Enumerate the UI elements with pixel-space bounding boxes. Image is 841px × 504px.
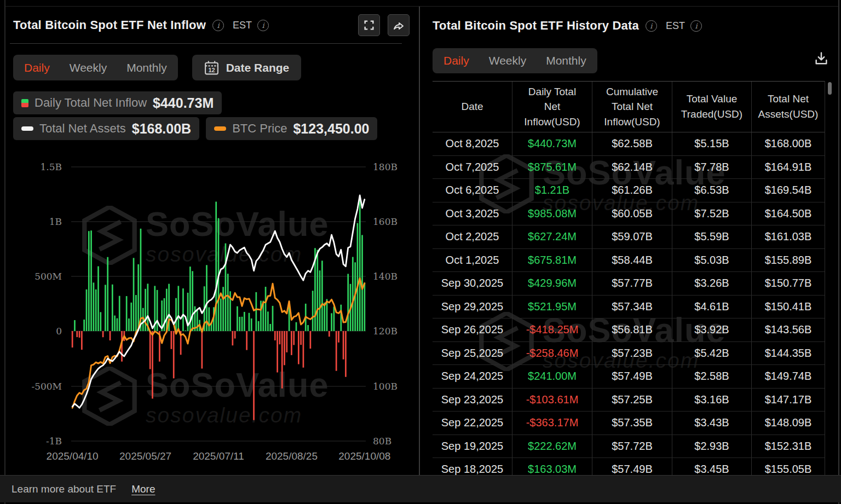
value-cell: $5.03B (672, 249, 751, 272)
value-cell: $57.77B (592, 272, 672, 295)
download-button[interactable] (812, 49, 831, 68)
value-cell: $4.61B (672, 296, 751, 318)
table-header-cell: Total Value Traded(USD) (672, 82, 751, 132)
svg-text:120B: 120B (373, 326, 398, 337)
value-cell: $56.81B (592, 318, 672, 341)
value-cell: $57.49B (592, 365, 672, 388)
value-cell: $57.49B (592, 458, 672, 475)
value-cell: $164.91B (751, 156, 825, 179)
value-cell: $60.05B (592, 202, 672, 225)
svg-text:2025/07/11: 2025/07/11 (193, 450, 244, 462)
table-row[interactable]: Sep 26,2025-$418.25M$56.81B$3.92B$143.56… (433, 318, 825, 342)
table-scrollbar[interactable] (828, 82, 832, 95)
svg-text:0: 0 (56, 326, 62, 337)
date-cell: Sep 19,2025 (433, 435, 512, 458)
value-cell: $627.24M (512, 225, 592, 248)
info-icon[interactable]: i (690, 20, 702, 32)
table-header-cell: Daily Total Net Inflow(USD) (512, 82, 592, 132)
date-cell: Oct 3,2025 (433, 202, 512, 225)
history-table-title: Total Bitcoin Spot ETF History Data (433, 19, 639, 33)
value-cell: $57.34B (592, 296, 672, 318)
table-row[interactable]: Sep 18,2025$163.03M$57.49B$3.45B$155.05B (433, 458, 825, 475)
history-data-panel: SoSoValue sosovalue.com SoSoValue sosova… (420, 7, 838, 475)
value-cell: $2.58B (672, 365, 751, 388)
table-row[interactable]: Oct 8,2025$440.73M$62.58B$5.15B$168.00B (433, 132, 825, 156)
value-cell: $6.53B (672, 179, 751, 202)
date-cell: Sep 30,2025 (433, 272, 512, 295)
value-cell: $155.05B (751, 458, 825, 475)
value-cell: $3.43B (672, 412, 751, 435)
value-cell: $2.93B (672, 435, 751, 458)
table-row[interactable]: Sep 22,2025-$363.17M$57.35B$3.43B$148.09… (433, 412, 825, 435)
value-cell: $57.25B (592, 389, 672, 412)
value-cell: $241.00M (512, 365, 592, 388)
timezone-label: EST (666, 20, 685, 32)
value-cell: $440.73M (512, 132, 592, 155)
table-row[interactable]: Sep 30,2025$429.96M$57.77B$3.26B$150.77B (433, 272, 825, 296)
value-cell: $62.58B (592, 132, 672, 155)
date-cell: Sep 26,2025 (433, 318, 512, 341)
period-tabs: DailyWeeklyMonthly (433, 48, 597, 73)
value-cell: $62.14B (592, 156, 672, 179)
right-edge-line (838, 0, 839, 504)
table-row[interactable]: Sep 25,2025-$258.46M$57.23B$5.42B$144.35… (433, 342, 825, 366)
value-cell: $61.26B (592, 179, 672, 202)
value-cell: $155.89B (751, 249, 825, 272)
table-row[interactable]: Sep 24,2025$241.00M$57.49B$2.58B$149.74B (433, 365, 825, 389)
table-row[interactable]: Sep 29,2025$521.95M$57.34B$4.61B$150.41B (433, 296, 825, 319)
tab-monthly[interactable]: Monthly (546, 54, 586, 67)
svg-text:-500M: -500M (31, 381, 62, 392)
value-cell: $164.50B (751, 202, 825, 225)
date-cell: Oct 7,2025 (433, 156, 512, 179)
svg-text:140B: 140B (373, 271, 398, 282)
value-cell: $168.00B (751, 132, 825, 155)
value-cell: $222.62M (512, 435, 592, 458)
date-cell: Sep 29,2025 (433, 296, 512, 318)
table-body: Oct 8,2025$440.73M$62.58B$5.15B$168.00BO… (433, 132, 825, 475)
history-table: DateDaily Total Net Inflow(USD)Cumulativ… (433, 81, 825, 475)
value-cell: -$103.61M (512, 389, 592, 412)
value-cell: -$258.46M (512, 342, 592, 365)
svg-text:100B: 100B (373, 381, 398, 392)
value-cell: $5.15B (672, 132, 751, 155)
date-cell: Sep 23,2025 (433, 389, 512, 412)
date-cell: Sep 25,2025 (433, 342, 512, 365)
etf-net-inflow-chart[interactable]: 1.5B180B1B160B500M140B0120B-500M100B-1B8… (0, 0, 419, 475)
table-row[interactable]: Oct 7,2025$875.61M$62.14B$7.78B$164.91B (433, 156, 825, 179)
svg-text:80B: 80B (373, 436, 391, 447)
value-cell: $150.77B (751, 272, 825, 295)
value-cell: $3.16B (672, 389, 751, 412)
table-row[interactable]: Oct 2,2025$627.24M$59.07B$5.59B$161.03B (433, 225, 825, 249)
value-cell: $7.78B (672, 156, 751, 179)
svg-text:180B: 180B (373, 161, 398, 172)
svg-text:1.5B: 1.5B (40, 161, 62, 172)
svg-text:2025/08/25: 2025/08/25 (266, 450, 318, 462)
svg-text:2025/05/27: 2025/05/27 (119, 450, 171, 462)
value-cell: $169.54B (751, 179, 825, 202)
net-inflow-panel: SoSoValue sosovalue.com SoSoValue sosova… (5, 7, 419, 475)
value-cell: $57.35B (592, 412, 672, 435)
value-cell: $3.26B (672, 272, 751, 295)
footer-more-link[interactable]: More (131, 483, 155, 495)
tab-daily[interactable]: Daily (443, 54, 469, 67)
value-cell: $5.59B (672, 225, 751, 248)
right-panel-header: Total Bitcoin Spot ETF History Data i ES… (433, 19, 827, 33)
table-row[interactable]: Sep 19,2025$222.62M$57.72B$2.93B$152.31B (433, 435, 825, 459)
table-row[interactable]: Oct 6,2025$1.21B$61.26B$6.53B$169.54B (433, 179, 825, 202)
value-cell: $429.96M (512, 272, 592, 295)
footer-bar: Learn more about ETF More (0, 475, 841, 502)
date-cell: Oct 6,2025 (433, 179, 512, 202)
value-cell: $57.72B (592, 435, 672, 458)
table-controls: DailyWeeklyMonthly (433, 48, 597, 73)
table-row[interactable]: Sep 23,2025-$103.61M$57.25B$3.16B$147.17… (433, 389, 825, 412)
info-icon[interactable]: i (646, 20, 657, 32)
svg-text:2025/04/10: 2025/04/10 (47, 450, 99, 462)
date-cell: Sep 24,2025 (433, 365, 512, 388)
tab-weekly[interactable]: Weekly (489, 54, 526, 67)
date-cell: Oct 1,2025 (433, 249, 512, 272)
table-row[interactable]: Oct 3,2025$985.08M$60.05B$7.52B$164.50B (433, 202, 825, 226)
value-cell: $149.74B (751, 365, 825, 388)
value-cell: $59.07B (592, 225, 672, 248)
table-row[interactable]: Oct 1,2025$675.81M$58.44B$5.03B$155.89B (433, 249, 825, 273)
table-right-border (825, 81, 825, 475)
